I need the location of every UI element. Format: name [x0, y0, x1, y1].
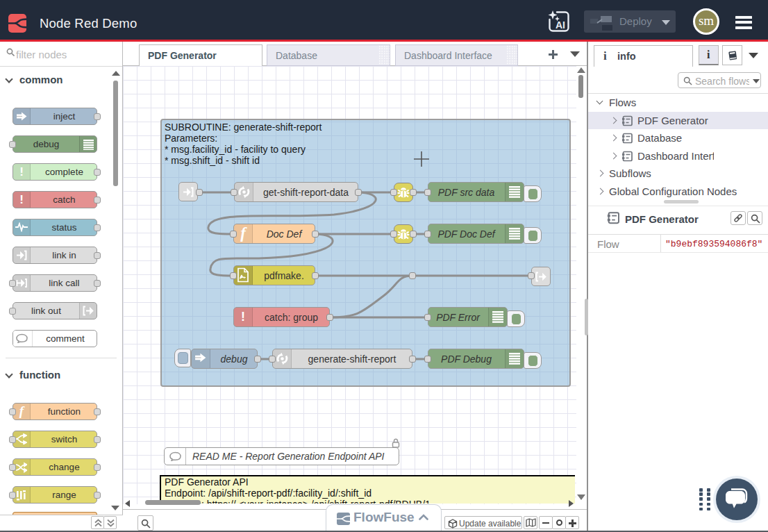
svg-text:AI: AI	[556, 19, 565, 31]
